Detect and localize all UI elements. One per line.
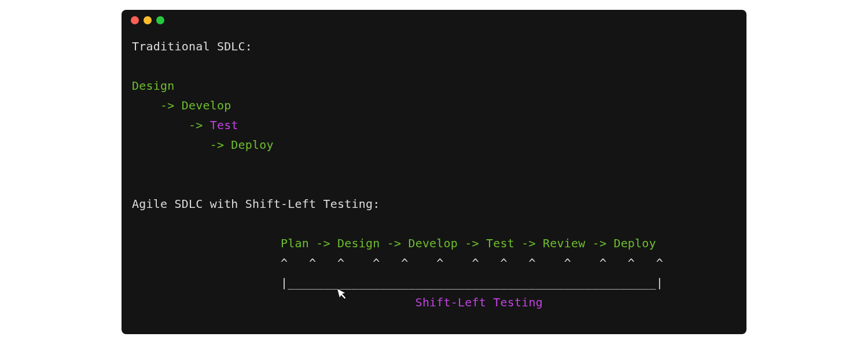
section1-line-test: Test <box>210 118 238 132</box>
section2-title: Agile SDLC with Shift-Left Testing: <box>132 197 380 211</box>
section1-line-develop: -> Develop <box>132 98 231 112</box>
close-icon[interactable] <box>131 16 139 24</box>
section1-line-design: Design <box>132 79 174 93</box>
terminal-window: Traditional SDLC: Design -> Develop -> T… <box>122 10 746 334</box>
maximize-icon[interactable] <box>156 16 164 24</box>
section1-line-deploy: -> Deploy <box>132 138 274 152</box>
section1-line-test-prefix: -> <box>132 118 210 132</box>
terminal-body: Traditional SDLC: Design -> Develop -> T… <box>122 31 746 318</box>
section2-flow: Plan -> Design -> Develop -> Test -> Rev… <box>132 236 656 250</box>
minimize-icon[interactable] <box>144 16 152 24</box>
section1-title: Traditional SDLC: <box>132 39 252 53</box>
section2-label: Shift-Left Testing <box>132 295 543 309</box>
section2-carets: ^ ^ ^ ^ ^ ^ ^ ^ ^ ^ ^ ^ ^ <box>132 256 663 270</box>
title-bar <box>122 10 746 31</box>
section2-underline: |_______________________________________… <box>132 276 663 290</box>
